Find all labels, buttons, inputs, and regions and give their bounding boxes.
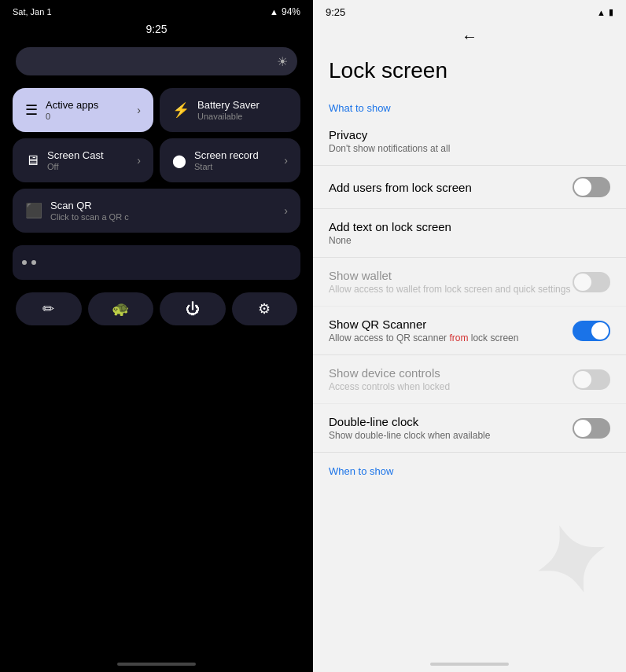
right-battery-icon: ▮	[609, 7, 613, 17]
device-controls-toggle	[573, 369, 610, 390]
page-title: Lock screen	[313, 52, 626, 96]
wifi-icon: ▲	[270, 7, 278, 17]
add-users-toggle[interactable]	[573, 177, 610, 197]
scan-qr-chevron: ›	[284, 204, 288, 217]
time-label: 9:25	[145, 23, 167, 35]
show-wallet-toggle	[573, 272, 610, 292]
media-dot-1	[22, 260, 27, 265]
settings-button[interactable]: ⚙	[232, 292, 298, 325]
active-apps-icon: ☰	[25, 101, 38, 119]
date-label: Sat, Jan 1	[13, 7, 52, 17]
brightness-icon: ☀	[277, 54, 288, 69]
media-bar	[13, 245, 300, 280]
screen-cast-sub: Off	[47, 162, 129, 171]
double-line-clock-sub: Show double-line clock when available	[329, 430, 573, 441]
screen-record-icon: ⬤	[172, 153, 186, 168]
back-button[interactable]: ←	[313, 21, 626, 52]
right-wifi-icon: ▲	[597, 8, 606, 17]
device-controls-sub: Access controls when locked	[329, 381, 573, 392]
right-status-icons: ▲ ▮	[597, 7, 613, 17]
screen-cast-icon: 🖥	[25, 152, 39, 169]
brightness-bar[interactable]: ☀	[16, 47, 297, 75]
active-apps-chevron: ›	[137, 104, 141, 116]
double-line-clock-toggle[interactable]	[573, 418, 610, 439]
right-time: 9:25	[326, 6, 345, 18]
scan-qr-title: Scan QR	[50, 200, 276, 211]
show-qr-toggle[interactable]	[573, 321, 610, 341]
device-controls-title: Show device controls	[329, 366, 573, 380]
screen-record-chevron: ›	[284, 154, 288, 167]
double-line-clock-title: Double-line clock	[329, 415, 573, 428]
settings-show-qr[interactable]: Show QR Scanner Allow access to QR scann…	[313, 307, 626, 355]
add-text-title: Add text on lock screen	[329, 220, 610, 233]
show-wallet-sub: Allow access to wallet from lock screen …	[329, 284, 573, 295]
bottom-buttons: ✏ 🐢 ⏻ ⚙	[0, 286, 313, 332]
add-users-toggle-knob	[574, 178, 591, 196]
battery-saver-title: Battery Saver	[197, 99, 288, 111]
settings-double-line-clock[interactable]: Double-line clock Show double-line clock…	[313, 404, 626, 453]
add-text-sub: None	[329, 235, 610, 246]
watermark: ✦	[517, 504, 624, 619]
active-apps-title: Active apps	[46, 99, 129, 111]
tile-active-apps[interactable]: ☰ Active apps 0 ›	[13, 88, 153, 132]
edit-button[interactable]: ✏	[16, 292, 82, 325]
section-when-to-show: When to show	[313, 459, 626, 480]
device-controls-toggle-knob	[574, 371, 591, 388]
show-wallet-toggle-knob	[574, 274, 591, 291]
privacy-sub: Don't show notifications at all	[329, 143, 610, 154]
highlight-from: from	[449, 332, 468, 343]
section-what-to-show: What to show	[313, 96, 626, 117]
tile-battery-saver[interactable]: ⚡ Battery Saver Unavailable	[160, 88, 300, 132]
home-indicator-right	[430, 663, 509, 666]
tile-screen-record[interactable]: ⬤ Screen record Start ›	[160, 138, 300, 182]
settings-show-wallet: Show wallet Allow access to wallet from …	[313, 258, 626, 307]
turtle-button[interactable]: 🐢	[88, 292, 154, 325]
settings-privacy[interactable]: Privacy Don't show notifications at all	[313, 117, 626, 166]
tile-scan-qr[interactable]: ⬛ Scan QR Click to scan a QR c ›	[13, 189, 300, 233]
scan-qr-icon: ⬛	[25, 202, 42, 219]
screen-cast-chevron: ›	[137, 154, 141, 167]
screen-record-sub: Start	[194, 162, 276, 171]
show-wallet-title: Show wallet	[329, 269, 573, 282]
tile-screen-cast[interactable]: 🖥 Screen Cast Off ›	[13, 138, 153, 182]
status-bar-left: Sat, Jan 1 ▲ 94%	[0, 0, 313, 20]
double-line-clock-toggle-knob	[574, 420, 591, 437]
show-qr-sub: Allow access to QR scanner from lock scr…	[329, 332, 573, 343]
screen-record-title: Screen record	[194, 149, 276, 161]
battery-saver-sub: Unavailable	[197, 112, 288, 121]
battery-label: 94%	[282, 6, 300, 17]
show-qr-toggle-knob	[591, 322, 609, 340]
settings-device-controls: Show device controls Access controls whe…	[313, 355, 626, 404]
scan-qr-sub: Click to scan a QR c	[50, 212, 276, 222]
quick-tiles-grid: ☰ Active apps 0 › ⚡ Battery Saver Unavai…	[0, 82, 313, 189]
screen-cast-title: Screen Cast	[47, 149, 129, 161]
right-panel: 9:25 ▲ ▮ ← Lock screen What to show Priv…	[313, 0, 626, 672]
active-apps-sub: 0	[46, 112, 129, 121]
add-users-title: Add users from lock screen	[329, 181, 573, 194]
media-dot-2	[31, 260, 36, 265]
settings-add-users[interactable]: Add users from lock screen	[313, 166, 626, 209]
privacy-title: Privacy	[329, 128, 610, 141]
power-button[interactable]: ⏻	[160, 292, 226, 325]
home-indicator	[117, 663, 196, 666]
left-panel: Sat, Jan 1 ▲ 94% 9:25 ☀ ☰ Active apps 0 …	[0, 0, 313, 672]
settings-add-text[interactable]: Add text on lock screen None	[313, 209, 626, 258]
status-bar-right: 9:25 ▲ ▮	[313, 0, 626, 21]
status-indicators: ▲ 94%	[270, 6, 300, 17]
battery-saver-icon: ⚡	[172, 101, 190, 119]
show-qr-title: Show QR Scanner	[329, 318, 573, 331]
